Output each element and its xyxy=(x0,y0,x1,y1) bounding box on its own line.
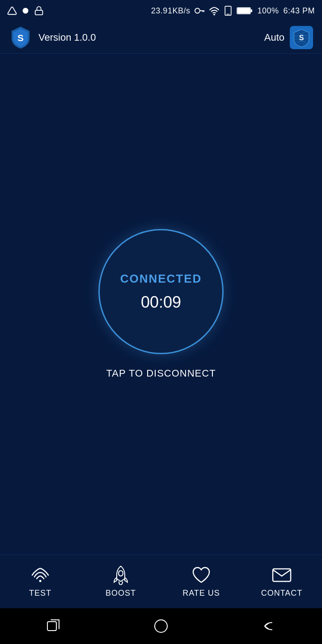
tap-disconnect-label: TAP TO DISCONNECT xyxy=(106,368,216,379)
rate-us-label: RATE US xyxy=(182,589,220,598)
svg-rect-11 xyxy=(237,8,250,13)
wifi-icon xyxy=(209,6,220,15)
dot-icon xyxy=(21,6,30,16)
status-bar: 23.91KB/s 100% 6:43 PM xyxy=(0,0,322,21)
status-right-group: 23.91KB/s 100% 6:43 PM xyxy=(151,6,315,16)
rate-us-icon xyxy=(191,565,211,585)
header-right: Auto S xyxy=(264,26,313,49)
connection-status: CONNECTED xyxy=(120,272,202,286)
battery-icon xyxy=(237,6,253,15)
system-nav-bar xyxy=(0,608,322,644)
svg-text:S: S xyxy=(17,32,24,42)
nav-item-boost[interactable]: BOOST xyxy=(80,565,161,598)
recent-apps-button[interactable] xyxy=(44,616,64,636)
phone-icon xyxy=(224,6,232,16)
auto-label: Auto xyxy=(264,32,284,43)
alert-icon xyxy=(7,6,17,16)
svg-rect-1 xyxy=(35,10,43,15)
connection-timer: 00:09 xyxy=(141,293,181,312)
contact-label: CONTACT xyxy=(261,589,303,598)
nav-item-contact[interactable]: CONTACT xyxy=(242,565,322,598)
svg-point-21 xyxy=(155,620,167,632)
boost-label: BOOST xyxy=(106,589,136,598)
svg-rect-10 xyxy=(250,9,252,12)
home-button[interactable] xyxy=(151,616,171,636)
main-content: CONNECTED 00:09 TAP TO DISCONNECT xyxy=(0,54,322,555)
speed-indicator: 23.91KB/s xyxy=(151,6,191,16)
svg-point-18 xyxy=(119,571,123,576)
svg-text:S: S xyxy=(299,34,304,42)
nav-item-test[interactable]: TEST xyxy=(0,565,80,598)
version-label: Version 1.0.0 xyxy=(38,32,96,43)
boost-icon xyxy=(111,565,131,585)
nav-item-rate-us[interactable]: RATE US xyxy=(161,565,242,598)
header-left: S Version 1.0.0 xyxy=(9,26,96,49)
key-icon xyxy=(195,8,204,14)
time-display: 6:43 PM xyxy=(283,6,315,16)
app-header: S Version 1.0.0 Auto S xyxy=(0,21,322,54)
auto-icon-button[interactable]: S xyxy=(290,26,313,49)
svg-point-6 xyxy=(214,14,215,15)
battery-percent: 100% xyxy=(257,6,279,16)
svg-rect-19 xyxy=(273,569,291,581)
status-left xyxy=(7,6,44,16)
bottom-navigation: TEST BOOST RATE US xyxy=(0,555,322,608)
svg-rect-20 xyxy=(47,622,56,631)
lock-icon xyxy=(34,6,44,16)
svg-point-0 xyxy=(23,8,29,14)
test-label: TEST xyxy=(29,589,51,598)
test-icon xyxy=(30,565,50,585)
back-button[interactable] xyxy=(258,616,278,636)
app-logo: S xyxy=(9,26,32,49)
svg-point-2 xyxy=(195,8,200,13)
svg-point-17 xyxy=(39,580,42,582)
connection-button[interactable]: CONNECTED 00:09 xyxy=(98,229,224,354)
contact-icon xyxy=(272,565,292,585)
